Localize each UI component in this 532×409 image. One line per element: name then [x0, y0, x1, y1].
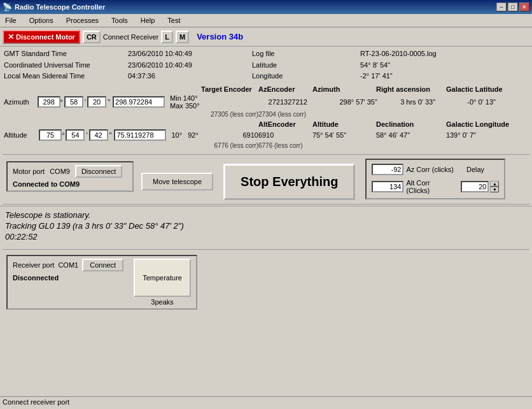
gal-lat-value: -0° 0' 13" [467, 98, 528, 106]
receiver-connect-button[interactable]: Connect [82, 259, 123, 271]
alt-header: Altitude [312, 120, 376, 128]
delay-input[interactable] [461, 181, 489, 192]
alt-target-header [201, 120, 258, 128]
lst-value: 04:37:36 [128, 71, 252, 82]
m-button[interactable]: M [176, 31, 189, 43]
motor-panel: Motor port COM9 Disconnect Connected to … [6, 161, 134, 192]
status-bar: Connect receiver port [0, 396, 532, 409]
latitude-label: Latitude [252, 60, 360, 71]
alt-min-input[interactable] [66, 129, 85, 141]
declination-header: Declination [376, 120, 446, 128]
alt-label: Altitude [4, 131, 39, 139]
latitude-value: 54° 8' 54" [360, 60, 528, 71]
az-label: Azimuth [4, 98, 38, 106]
target-enc-value: 27213 [233, 98, 288, 106]
right-asc-header: Right ascension [376, 85, 446, 93]
toolbar: ✕ Disconnect Motor CR Connect Receiver L… [0, 27, 532, 47]
app-icon: 📡 [3, 3, 12, 11]
receiver-port-value: COM1 [58, 261, 78, 269]
logfile-label: Log file [252, 48, 360, 60]
alt-deg-input[interactable] [39, 129, 62, 141]
temperature-button[interactable]: Temperature [134, 259, 191, 297]
az-min-input[interactable] [64, 96, 83, 108]
info-section: GMT Standard Time 23/06/2010 10:40:49 Lo… [0, 47, 532, 84]
altitude-value: 75° 54' 55" [312, 131, 376, 139]
minimize-button[interactable]: – [496, 3, 507, 11]
azimuth-value: 298° 57' 35" [339, 98, 400, 106]
menu-options[interactable]: Options [25, 15, 57, 25]
target-enc-header: Target Encoder [201, 85, 258, 93]
alt-target-value: 6910 [201, 131, 258, 139]
gmt-label: GMT Standard Time [4, 48, 128, 60]
menu-tools[interactable]: Tools [108, 15, 132, 25]
delay-down-button[interactable]: ▼ [490, 187, 499, 192]
maximize-button[interactable]: □ [508, 3, 518, 11]
az-corr-label: Az Corr (clicks) [406, 166, 454, 173]
menu-test[interactable]: Test [164, 15, 184, 25]
target-enc-sub: 27305 (less corr) [201, 111, 258, 118]
motor-port-value: COM9 [50, 168, 70, 175]
delay-up-button[interactable]: ▲ [490, 181, 499, 187]
delay-spinner[interactable]: ▲ ▼ [490, 181, 499, 192]
motor-port-label: Motor port [13, 168, 45, 175]
gal-lon-value: 139° 0' 7" [446, 131, 510, 139]
cut-label: Coordinated Universal Time [4, 60, 128, 71]
menu-bar: File Options Processes Tools Help Test [0, 14, 532, 27]
gal-lat-header: Galactic Latitude [446, 85, 510, 93]
cr-button[interactable]: CR [83, 31, 101, 43]
az-sec-input[interactable] [87, 96, 106, 108]
cut-value: 23/06/2010 10:40:49 [128, 60, 252, 71]
alt-enc-header: AltEncoder [258, 120, 312, 128]
telescope-controls: Move telescope Stop Everything [141, 164, 355, 200]
alt-enc-sub: 6776 (less corr) [258, 142, 312, 149]
status-area: Telescope is stationary. Tracking GL0 13… [0, 206, 532, 248]
right-asc-value: 3 hrs 0' 33" [400, 98, 467, 106]
menu-file[interactable]: File [1, 15, 20, 25]
az-enc-header: AzEncoder [258, 85, 312, 93]
az-enc-sub: 27304 (less corr) [258, 111, 312, 118]
az-header [4, 85, 201, 93]
alt-sec-input[interactable] [89, 129, 108, 141]
alt-corr-input[interactable] [372, 181, 403, 192]
tracking-status: Tracking GL0 139 (ra 3 hrs 0' 33" Dec 58… [5, 221, 527, 231]
gmt-value: 23/06/2010 10:40:49 [128, 48, 252, 60]
motor-disconnect-button[interactable]: Disconnect [75, 165, 122, 178]
version-label: Version 34b [197, 32, 243, 41]
az-deg-input[interactable] [38, 96, 60, 108]
azimuth-header: Azimuth [312, 85, 376, 93]
altitude-row: Altitude ° ' " 10° 92° 6910 6910 75° 54'… [4, 129, 528, 141]
disconnect-motor-button[interactable]: ✕ Disconnect Motor [3, 30, 80, 44]
x-icon: ✕ [8, 32, 14, 41]
alt-sub-row: 6776 (less corr) 6776 (less corr) [4, 142, 528, 149]
receiver-section: Receiver port COM1 Connect Disconnected … [0, 251, 532, 313]
alt-corr-label: Alt Corr (Clicks) [406, 179, 448, 194]
alt-decimal-input[interactable] [114, 129, 166, 141]
l-button[interactable]: L [161, 31, 173, 43]
menu-processes[interactable]: Processes [62, 15, 102, 25]
motor-controls-row: Motor port COM9 Disconnect Connected to … [0, 156, 532, 203]
az-minmax: Min 140° Max 350° [170, 94, 230, 110]
az-decimal-input[interactable] [113, 96, 165, 108]
alt-enc-value: 6910 [258, 131, 312, 139]
gal-lon-header: Galactic Longitude [446, 120, 510, 128]
lst-label: Local Mean Sidereal Time [4, 71, 128, 82]
receiver-status: Disconnected [13, 274, 123, 282]
menu-help[interactable]: Help [137, 15, 159, 25]
coordinates-section: Target Encoder AzEncoder Azimuth Right a… [0, 84, 532, 153]
az-corr-input[interactable] [372, 164, 403, 175]
connect-receiver-label: Connect Receiver [103, 33, 158, 41]
correction-panel: Az Corr (clicks) Delay Alt Corr (Clicks)… [365, 159, 505, 199]
declination-value: 58° 46' 47" [376, 131, 446, 139]
motor-connected-status: Connected to COM9 [13, 180, 127, 188]
stop-everything-button[interactable]: Stop Everything [223, 164, 355, 200]
status-time: 00:22:52 [5, 232, 527, 241]
longitude-label: Longitude [252, 71, 360, 82]
az-enc-value: 27212 [288, 98, 339, 106]
telescope-status: Telescope is stationary. [5, 210, 527, 220]
alt-minmax: 10° 92° [171, 131, 198, 139]
alt-col-spacer [4, 120, 201, 128]
move-telescope-button[interactable]: Move telescope [141, 173, 213, 190]
logfile-value: RT-23-06-2010-0005.log [360, 48, 528, 60]
temperature-section: Temperature 3peaks [134, 259, 191, 306]
close-button[interactable]: ✕ [519, 3, 529, 11]
